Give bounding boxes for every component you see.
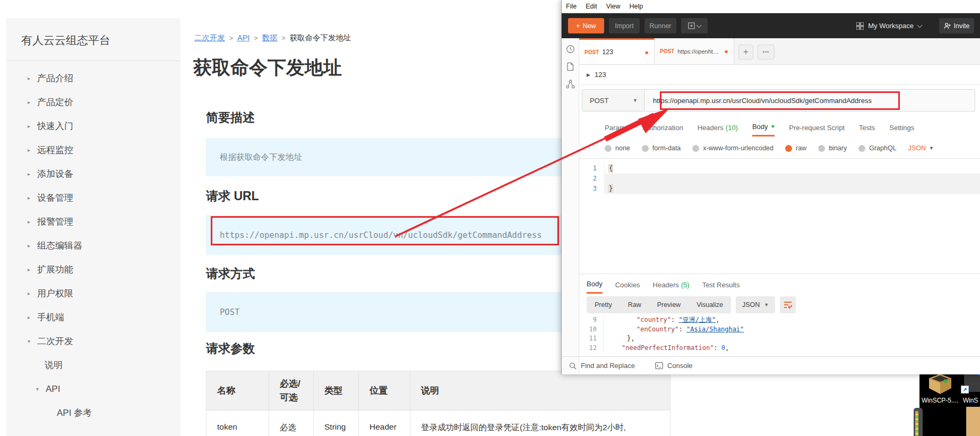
tab-body[interactable]: Body● <box>752 117 775 136</box>
tab-method-badge: POST <box>660 48 674 54</box>
method-select[interactable]: POST ▼ <box>582 89 644 112</box>
import-button[interactable]: Import <box>609 18 640 33</box>
chevron-right-icon: ▸ <box>28 147 37 153</box>
sidebar-item-api-reference[interactable]: API 参考 <box>6 401 180 425</box>
view-visualize[interactable]: Visualize <box>689 301 731 309</box>
body-mode-row: none form-data x-www-form-urlencoded raw… <box>579 138 980 158</box>
mode-binary[interactable]: binary <box>818 144 847 152</box>
sidebar-item-scada-editor[interactable]: ▸组态编辑器 <box>6 234 180 258</box>
wrap-lines-button[interactable] <box>780 296 796 313</box>
chevron-right-icon: ▸ <box>28 243 37 249</box>
response-tab-headers[interactable]: Headers(5) <box>653 276 690 293</box>
menu-edit[interactable]: Edit <box>586 3 597 10</box>
request-name[interactable]: 123 <box>595 71 606 79</box>
desktop-icon-winscp-installer[interactable]: WinSCP-5.... <box>922 371 958 404</box>
caret-right-icon: ▶ <box>587 72 590 78</box>
url-input[interactable]: https://openapi.mp.usr.cn/usrCloud/vn/uc… <box>644 89 975 112</box>
sidebar-item-user-permissions[interactable]: ▸用户权限 <box>6 281 180 305</box>
page-title: 获取命令下发地址 <box>193 55 342 80</box>
sidebar-item-quickstart[interactable]: ▸快速入门 <box>6 114 180 138</box>
breadcrumb-separator: > <box>281 35 285 42</box>
chevron-right-icon: ▸ <box>28 219 37 225</box>
sidebar-item-mobile[interactable]: ▸手机端 <box>6 305 180 329</box>
view-preview[interactable]: Preview <box>649 301 689 309</box>
brief-description-text: 根据获取命令下发地址 <box>206 152 302 163</box>
workspace-grid-icon <box>856 22 864 30</box>
chevron-right-icon: ▸ <box>28 195 37 201</box>
cell-description: 登录成功时返回的登录凭证(注意:token有效时间为2小时, <box>410 411 670 436</box>
sidebar-item-api[interactable]: ▾API <box>6 377 180 401</box>
wrap-lines-icon <box>783 301 793 309</box>
menu-view[interactable]: View <box>606 3 621 10</box>
tab-params[interactable]: Params <box>605 118 629 136</box>
request-body-editor[interactable]: 1 { 2 3 } <box>579 158 980 274</box>
sidebar-item-remote-monitor[interactable]: ▸远程监控 <box>6 138 180 162</box>
tab-pre-request-script[interactable]: Pre-request Script <box>789 118 845 136</box>
col-header-name: 名称 <box>207 371 269 411</box>
chevron-right-icon: ▸ <box>28 171 37 177</box>
view-pretty[interactable]: Pretty <box>587 301 620 309</box>
tab-authorization[interactable]: Authorization <box>643 118 683 136</box>
chevron-down-icon: ▾ <box>36 386 46 392</box>
mode-graphql[interactable]: GraphQL <box>858 144 896 152</box>
sidebar-item-pricing[interactable]: ▸产品定价 <box>6 90 180 114</box>
sidebar-item-secondary-dev[interactable]: ▾二次开发 <box>6 329 180 353</box>
mode-raw[interactable]: raw <box>785 144 806 152</box>
request-tab[interactable]: POST https://openhttp.usr.cn:8001/... ● <box>655 38 734 64</box>
response-language-select[interactable]: JSON▼ <box>736 296 775 313</box>
view-raw[interactable]: Raw <box>620 301 649 309</box>
workspace-switcher[interactable]: My Workspace <box>856 22 922 30</box>
section-heading-request-url: 请求 URL <box>206 188 259 204</box>
annotation-highlight-rect-doc-url <box>211 216 559 245</box>
col-header-required: 必选/可选 <box>269 371 314 411</box>
breadcrumb-link-data[interactable]: 数据 <box>262 33 277 42</box>
sidebar-item-extensions[interactable]: ▸扩展功能 <box>6 258 180 281</box>
desktop-icon-winscp-shortcut[interactable]: WinS ↗ <box>961 371 980 404</box>
postman-tab-strip: POST 123 ● POST https://openhttp.usr.cn:… <box>579 38 980 65</box>
console-button[interactable]: Console <box>655 362 693 370</box>
tab-settings[interactable]: Settings <box>889 118 914 136</box>
chevron-down-icon <box>917 22 923 28</box>
find-and-replace-button[interactable]: Find and Replace <box>569 362 635 370</box>
mode-none[interactable]: none <box>605 144 630 152</box>
invite-button[interactable]: Invite <box>939 18 974 33</box>
desktop-background-object <box>966 407 980 436</box>
sidebar-item-instructions[interactable]: 说明 <box>6 353 180 377</box>
chevron-right-icon: ▸ <box>28 99 37 105</box>
sidebar-item-alarm-mgmt[interactable]: ▸报警管理 <box>6 210 180 234</box>
menu-file[interactable]: File <box>566 3 577 10</box>
response-tab-body[interactable]: Body <box>587 275 603 294</box>
collections-icon[interactable] <box>566 62 574 71</box>
response-line: 10 "enCountry": "Asia/Shanghai" <box>579 325 980 335</box>
request-tab-active[interactable]: POST 123 ● <box>579 38 655 64</box>
chevron-right-icon: ▸ <box>28 290 37 296</box>
response-tab-test-results[interactable]: Test Results <box>702 276 740 293</box>
apis-network-icon[interactable] <box>566 80 575 89</box>
new-window-button[interactable] <box>681 18 708 33</box>
open-new-tab-button[interactable]: + <box>738 45 753 59</box>
sidebar-item-product-intro[interactable]: ▸产品介绍 <box>6 66 180 90</box>
tab-headers[interactable]: Headers(10) <box>698 118 738 136</box>
sidebar-item-add-device[interactable]: ▸添加设备 <box>6 162 180 186</box>
history-icon[interactable] <box>566 45 575 54</box>
editor-line: 2 <box>579 174 980 184</box>
new-button[interactable]: + New <box>568 18 604 33</box>
mode-form-data[interactable]: form-data <box>642 144 681 152</box>
tab-tests[interactable]: Tests <box>859 118 875 136</box>
desktop-striped-object <box>914 408 923 436</box>
response-tabs: Body Cookies Headers(5) Test Results <box>579 274 980 294</box>
runner-button[interactable]: Runner <box>644 18 676 33</box>
breadcrumb-link-api[interactable]: API <box>237 33 250 42</box>
tab-options-button[interactable]: ••• <box>758 45 775 59</box>
editor-line: 3 } <box>579 184 980 194</box>
chevron-right-icon: ▸ <box>28 123 37 129</box>
breadcrumb-link-secondary-dev[interactable]: 二次开发 <box>194 33 225 42</box>
menu-help[interactable]: Help <box>630 3 643 10</box>
sidebar-item-device-mgmt[interactable]: ▸设备管理 <box>6 186 180 210</box>
mode-urlencoded[interactable]: x-www-form-urlencoded <box>692 144 773 152</box>
unsaved-dot-icon: ● <box>644 48 649 56</box>
console-icon <box>655 362 663 369</box>
response-tab-cookies[interactable]: Cookies <box>615 276 640 293</box>
body-language-select[interactable]: JSON▼ <box>908 144 934 152</box>
col-header-type: 类型 <box>314 371 359 411</box>
